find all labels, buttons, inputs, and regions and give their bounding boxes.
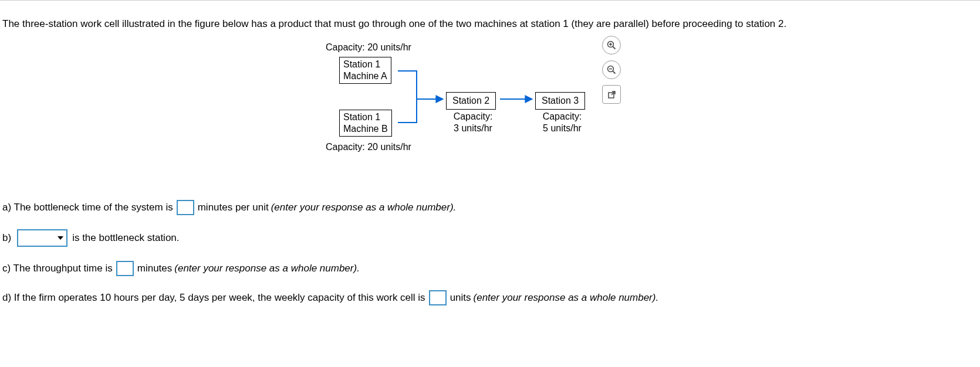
qa-hint: (enter your response as a whole number). — [271, 202, 457, 213]
cap2-line2: 3 units/hr — [446, 123, 500, 134]
zoom-in-icon[interactable] — [602, 36, 621, 55]
zoom-out-icon[interactable] — [602, 60, 621, 79]
qc-pre: c) The throughput time is — [2, 263, 113, 274]
problem-statement: The three-station work cell illustrated … — [2, 18, 978, 30]
workflow-diagram: Capacity: 20 units/hr Station 1 Machine … — [311, 36, 604, 165]
station1-machine-a-box: Station 1 Machine A — [339, 57, 391, 84]
svg-line-5 — [613, 71, 615, 73]
capacity-2-label: Capacity: 3 units/hr — [446, 111, 500, 134]
cap2-line1: Capacity: — [446, 111, 500, 123]
qc-hint: (enter your response as a whole number). — [174, 263, 360, 274]
svg-line-1 — [613, 46, 615, 49]
capacity-a-label: Capacity: 20 units/hr — [310, 42, 427, 53]
qa-post: minutes per unit — [198, 202, 269, 213]
qa-pre: a) The bottleneck time of the system is — [2, 202, 173, 213]
qd-post: units — [450, 292, 471, 304]
capacity-3-label: Capacity: 5 units/hr — [535, 111, 589, 134]
qd-pre: d) If the firm operates 10 hours per day… — [2, 292, 425, 304]
qd-hint: (enter your response as a whole number). — [474, 292, 659, 304]
diagram-area: Capacity: 20 units/hr Station 1 Machine … — [2, 36, 978, 172]
qc-input[interactable] — [116, 261, 134, 276]
box-a-line1: Station 1 — [343, 59, 387, 70]
qb-pre: b) — [2, 232, 11, 244]
box-b-line1: Station 1 — [343, 111, 388, 123]
question-b: b) is the bottleneck station. — [2, 229, 978, 247]
qd-input[interactable] — [429, 290, 447, 305]
station3-box: Station 3 — [535, 92, 585, 110]
svg-line-8 — [611, 91, 615, 95]
qb-post: is the bottleneck station. — [72, 232, 179, 244]
chevron-down-icon — [57, 235, 64, 242]
box-b-line2: Machine B — [343, 123, 388, 135]
station1-machine-b-box: Station 1 Machine B — [339, 110, 392, 137]
question-d: d) If the firm operates 10 hours per day… — [2, 290, 978, 305]
qa-input[interactable] — [177, 200, 194, 215]
qc-post: minutes — [137, 263, 173, 274]
capacity-b-label: Capacity: 20 units/hr — [310, 141, 427, 153]
question-c: c) The throughput time is minutes (enter… — [2, 261, 978, 276]
question-a: a) The bottleneck time of the system is … — [2, 200, 978, 215]
station2-box: Station 2 — [446, 92, 496, 110]
cap3-line1: Capacity: — [535, 111, 589, 123]
cap3-line2: 5 units/hr — [535, 123, 589, 134]
open-new-window-icon[interactable] — [602, 85, 621, 104]
box-a-line2: Machine A — [343, 70, 387, 82]
qb-select[interactable] — [17, 229, 67, 247]
